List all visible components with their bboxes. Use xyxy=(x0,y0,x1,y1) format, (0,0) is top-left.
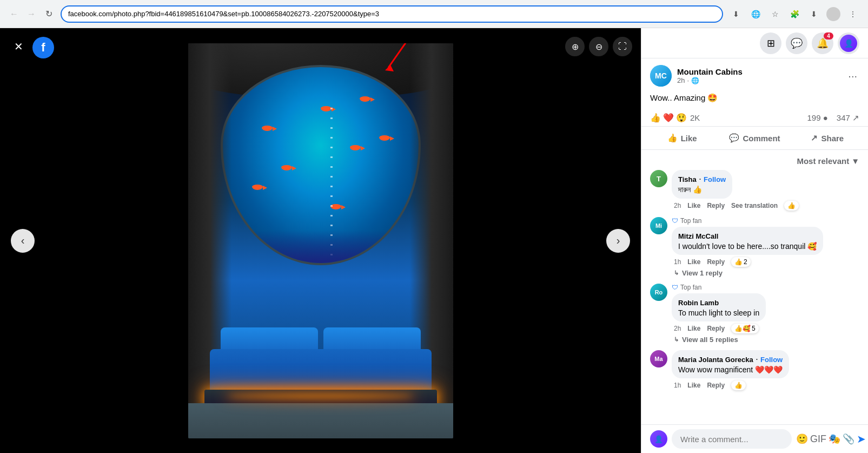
maria-name[interactable]: Maria Jolanta Gorecka xyxy=(678,356,753,364)
forward-button[interactable]: → xyxy=(24,6,39,22)
maria-avatar: Ma xyxy=(650,350,667,367)
prev-photo-button[interactable]: ‹ xyxy=(11,229,35,253)
content-area: ✕ f ⊕ ⊖ ⛶ xyxy=(0,28,868,453)
notification-badge: 4 xyxy=(824,32,833,40)
post-area: MC Mountain Cabins 2h · 🌐 ··· Wow.. Amaz… xyxy=(641,58,868,424)
expand-button[interactable]: ⛶ xyxy=(613,37,632,56)
fb-topnav: ⊞ 💬 🔔 4 👤 xyxy=(641,28,868,58)
comment-maria: Ma Maria Jolanta Gorecka · Follow Wow wo… xyxy=(650,350,859,390)
mitzi-like-action[interactable]: Like xyxy=(687,258,700,266)
bed-mattress xyxy=(210,349,432,392)
comment-tisha: T Tisha · Follow দারুন 👍 2h Like xyxy=(650,170,859,211)
apps-button[interactable]: ⊞ xyxy=(760,32,781,54)
tisha-comment-actions: 2h Like Reply See translation 👍 xyxy=(672,201,859,211)
comment-button[interactable]: 💬 Comment xyxy=(718,129,791,147)
like-icon: 👍 xyxy=(667,133,678,143)
my-avatar: 👤 xyxy=(650,430,667,448)
comment-input[interactable] xyxy=(672,429,792,449)
maria-reaction: 👍 xyxy=(731,380,746,390)
robin-like-action[interactable]: Like xyxy=(687,325,700,332)
mitzi-comment-content: 🛡 Top fan Mitzi McCall I wouldn't love t… xyxy=(672,217,859,277)
reply-arrow-icon: ↳ xyxy=(674,270,679,277)
tisha-comment-content: Tisha · Follow দারুন 👍 2h Like Reply See… xyxy=(672,170,859,211)
mitzi-reply-action[interactable]: Reply xyxy=(707,258,725,266)
account-button[interactable]: 👤 xyxy=(838,32,859,54)
emoji-picker-button[interactable]: 🙂 xyxy=(796,433,808,445)
post-page-name[interactable]: Mountain Cabins xyxy=(677,67,840,76)
toolbar-icons: ⬇ 🌐 ☆ 🧩 ⬇ ⋮ xyxy=(727,5,862,23)
notifications-button[interactable]: 🔔 4 xyxy=(812,32,833,54)
gif-button[interactable]: GIF xyxy=(810,434,826,445)
comment-mitzi: Mi 🛡 Top fan Mitzi McCall I wouldn't lov… xyxy=(650,217,859,277)
robin-reply-arrow-icon: ↳ xyxy=(674,336,679,343)
share-icon: ↗ xyxy=(852,113,859,122)
robin-top-fan-badge: 🛡 Top fan xyxy=(672,284,859,291)
comment-count[interactable]: 199 ● xyxy=(807,113,828,123)
extensions-button[interactable]: 🧩 xyxy=(786,5,803,23)
maria-like-action[interactable]: Like xyxy=(687,382,700,389)
bed-platform xyxy=(204,298,437,406)
tisha-follow-link[interactable]: Follow xyxy=(704,175,726,183)
robin-reaction-count: 5 xyxy=(752,325,756,332)
privacy-icon: 🌐 xyxy=(691,77,699,84)
more-options-button[interactable]: ··· xyxy=(846,68,859,84)
robin-replies-label: View all 5 replies xyxy=(682,336,738,344)
fb-top-icons: ⊞ 💬 🔔 4 👤 xyxy=(760,32,859,54)
tisha-name[interactable]: Tisha xyxy=(678,175,697,183)
share-count[interactable]: 347 ↗ xyxy=(837,113,859,123)
downloads-button[interactable]: ⬇ xyxy=(805,5,823,23)
tisha-comment-text: দারুন 👍 xyxy=(678,185,726,194)
translate-button[interactable]: 🌐 xyxy=(747,5,764,23)
mitzi-name[interactable]: Mitzi McCall xyxy=(678,232,718,240)
photo-viewer: ✕ f ⊕ ⊖ ⛶ xyxy=(0,28,641,453)
robin-view-replies[interactable]: ↳ View all 5 replies xyxy=(672,336,859,344)
most-relevant-selector[interactable]: Most relevant ▼ xyxy=(650,154,859,170)
back-button[interactable]: ← xyxy=(6,6,22,22)
zoom-in-button[interactable]: ⊕ xyxy=(565,37,585,56)
maria-comment-text: Wow wow magnificent ❤️❤️❤️ xyxy=(678,365,783,374)
attachment-button[interactable]: 📎 xyxy=(843,433,854,445)
sticker-button[interactable]: 🎭 xyxy=(829,433,840,445)
facebook-panel: ⊞ 💬 🔔 4 👤 MC xyxy=(641,28,868,453)
comment-input-icons: 🙂 GIF 🎭 📎 ➤ xyxy=(796,432,866,445)
fish-6 xyxy=(360,96,370,102)
like-button[interactable]: 👍 Like xyxy=(646,129,718,147)
next-photo-button[interactable]: › xyxy=(606,229,630,253)
comment-icon: 💬 xyxy=(729,133,739,143)
robin-name[interactable]: Robin Lamb xyxy=(678,299,719,307)
menu-button[interactable]: ⋮ xyxy=(844,5,862,23)
tisha-avatar: T xyxy=(650,170,667,187)
tisha-like-action[interactable]: Like xyxy=(687,202,700,209)
robin-comment-content: 🛡 Top fan Robin Lamb To much light to sl… xyxy=(672,284,859,344)
download-page-button[interactable]: ⬇ xyxy=(727,5,745,23)
mitzi-time: 1h xyxy=(674,258,681,266)
refresh-button[interactable]: ↻ xyxy=(41,6,56,22)
mitzi-view-replies[interactable]: ↳ View 1 reply xyxy=(672,269,859,277)
top-fan-shield-icon: 🛡 xyxy=(672,217,678,225)
maria-comment-actions: 1h Like Reply 👍 xyxy=(672,380,859,390)
tisha-reply-action[interactable]: Reply xyxy=(707,202,725,209)
comments-section: Most relevant ▼ T Tisha · Follow দারুন 👍 xyxy=(641,150,868,401)
mitzi-avatar: Mi xyxy=(650,217,667,234)
fish-4 xyxy=(350,145,361,150)
fish-3 xyxy=(281,165,292,170)
close-button[interactable]: ✕ xyxy=(9,37,28,56)
bookmark-button[interactable]: ☆ xyxy=(766,5,784,23)
zoom-out-button[interactable]: ⊖ xyxy=(589,37,608,56)
underwater-window xyxy=(221,65,421,265)
url-input[interactable] xyxy=(68,10,715,18)
maria-time: 1h xyxy=(674,382,681,389)
tisha-translate-action[interactable]: See translation xyxy=(731,202,778,209)
robin-reply-action[interactable]: Reply xyxy=(707,325,725,332)
maria-follow-link[interactable]: Follow xyxy=(760,356,783,364)
nav-buttons: ← → ↻ xyxy=(6,6,56,22)
address-bar[interactable] xyxy=(61,5,723,23)
reactions-row: 👍 ❤️ 😲 2K 199 ● 347 ↗ xyxy=(641,109,868,127)
send-comment-button[interactable]: ➤ xyxy=(857,432,866,445)
mitzi-comment-actions: 1h Like Reply 👍 2 xyxy=(672,257,859,267)
reaction-count[interactable]: 2K xyxy=(690,113,700,122)
maria-reply-action[interactable]: Reply xyxy=(707,382,725,389)
profile-avatar-button[interactable] xyxy=(825,5,842,23)
share-button[interactable]: ↗ Share xyxy=(791,129,864,147)
messenger-button[interactable]: 💬 xyxy=(786,32,807,54)
